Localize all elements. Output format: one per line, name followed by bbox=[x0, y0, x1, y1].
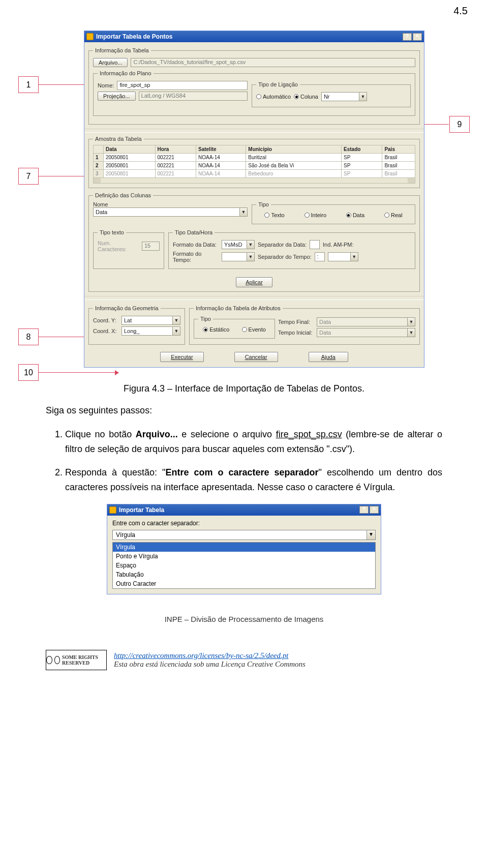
list-item[interactable]: Tabulação bbox=[113, 570, 375, 579]
ampm-select[interactable]: ▼ bbox=[328, 252, 358, 261]
intro-text: Siga os seguintes passos: bbox=[46, 403, 442, 418]
chevron-down-icon: ▼ bbox=[247, 253, 254, 261]
legend-amostra: Amostra da Tabela bbox=[93, 136, 144, 142]
radio-automatico-label: Automático bbox=[263, 94, 291, 100]
dialog-importar-tabela: Importar Tabela ? × Entre com o caracter… bbox=[107, 504, 381, 594]
label-tempo-inicial: Tempo Inicial: bbox=[278, 330, 314, 336]
def-nome-select[interactable]: Data▼ bbox=[93, 207, 248, 217]
cell: 002221 bbox=[155, 154, 196, 162]
radio-estatico[interactable]: Estático bbox=[203, 326, 229, 333]
cell: NOAA-14 bbox=[196, 170, 246, 178]
tempo-inicial-select: Data▼ bbox=[317, 328, 415, 337]
label-def-nome: Nome bbox=[93, 201, 248, 207]
cc-badge-text: SOME RIGHTS RESERVED bbox=[62, 654, 106, 666]
radio-inteiro[interactable]: Inteiro bbox=[304, 212, 327, 218]
arquivo-path-field: C:/Dados_TV/dados_tutorial/fire_spot_sp.… bbox=[131, 58, 415, 67]
th-municipio: Municipio bbox=[246, 145, 342, 154]
group-amostra-tabela: Amostra da Tabela Data Hora Satelite Mun… bbox=[88, 136, 420, 188]
list-item[interactable]: Espaço bbox=[113, 561, 375, 570]
table-header-row: Data Hora Satelite Municipio Estado Pais bbox=[94, 145, 415, 154]
cc-line: Esta obra está licenciada sob uma Licenç… bbox=[114, 660, 306, 668]
coord-x-select[interactable]: Long_▼ bbox=[121, 326, 180, 336]
separator bbox=[84, 129, 424, 133]
list-item[interactable]: Outro Caracter bbox=[113, 579, 375, 588]
callout-10: 10 bbox=[18, 364, 39, 381]
tempo-final-select: Data▼ bbox=[317, 317, 415, 326]
nome-input[interactable]: fire_spot_sp bbox=[117, 81, 248, 90]
label-num-carac: Num. Caracteres: bbox=[98, 240, 139, 252]
label-fmt-data: Formato da Data: bbox=[173, 242, 219, 248]
radio-data[interactable]: Data bbox=[346, 212, 364, 218]
arquivo-button[interactable]: Arquivo... bbox=[93, 58, 128, 67]
sep-tempo-input[interactable]: : bbox=[315, 252, 325, 261]
close-button[interactable]: × bbox=[413, 33, 422, 41]
cell: NOAA-14 bbox=[196, 162, 246, 170]
executar-button[interactable]: Executar bbox=[160, 352, 203, 362]
radio-data-label: Data bbox=[353, 212, 364, 218]
step-2-b2: Entre com o caractere separador bbox=[165, 467, 318, 477]
radio-automatico[interactable]: Automático bbox=[256, 94, 291, 100]
num-carac-field: 15 bbox=[142, 242, 160, 251]
aplicar-button[interactable]: Aplicar bbox=[236, 277, 272, 287]
chevron-down-icon: ▼ bbox=[359, 93, 367, 101]
radio-real[interactable]: Real bbox=[384, 212, 403, 218]
cell: SP bbox=[342, 162, 382, 170]
tempo-inicial-value: Data bbox=[319, 330, 331, 336]
dialog-title: Importar Tabela de Pontos bbox=[96, 33, 172, 40]
th-pais: Pais bbox=[382, 145, 415, 154]
cell: Brasil bbox=[382, 154, 415, 162]
group-info-tab-atrib: Informação da Tabela de Atributos Tipo E… bbox=[189, 305, 420, 345]
label-sep-tempo: Separador do Tempo: bbox=[258, 254, 312, 260]
step-1-b: Arquivo... bbox=[136, 429, 178, 439]
chevron-down-icon: ▼ bbox=[172, 316, 180, 324]
separator bbox=[84, 296, 424, 300]
separator-combo[interactable]: Vírgula ▼ bbox=[112, 530, 376, 540]
label-fmt-tempo: Formato do Tempo: bbox=[173, 251, 219, 263]
row-idx: 3 bbox=[94, 170, 104, 178]
chevron-down-icon: ▼ bbox=[247, 241, 254, 249]
fmt-data-select[interactable]: YsMsD▼ bbox=[222, 240, 255, 249]
cc-badge: SOME RIGHTS RESERVED bbox=[46, 650, 107, 670]
sep-data-input[interactable] bbox=[310, 240, 320, 249]
th-estado: Estado bbox=[342, 145, 382, 154]
footer-line: INPE – Divisão de Processamento de Image… bbox=[46, 615, 442, 623]
cell: SP bbox=[342, 170, 382, 178]
fmt-tempo-select[interactable]: ▼ bbox=[222, 252, 255, 261]
th-data: Data bbox=[104, 145, 156, 154]
label-sep-data: Separador da Data: bbox=[258, 242, 307, 248]
radio-evento-label: Evento bbox=[249, 326, 266, 333]
cancelar-button[interactable]: Cancelar bbox=[234, 352, 278, 362]
group-tipo-attr: Tipo Estático Evento bbox=[194, 316, 275, 339]
list-item[interactable]: Ponto e Vírgula bbox=[113, 552, 375, 561]
separator-list: Vírgula Ponto e Vírgula Espaço Tabulação… bbox=[112, 542, 376, 589]
legend-tipo-texto: Tipo texto bbox=[98, 229, 126, 235]
table-hscrollbar[interactable] bbox=[93, 178, 415, 184]
projecao-button[interactable]: Projeção... bbox=[98, 92, 136, 101]
help-button[interactable]: ? bbox=[403, 33, 412, 41]
table-row: 3 20050801 002221 NOAA-14 Bebedouro SP B… bbox=[94, 170, 415, 178]
legend-tipo-data-hora: Tipo Data/Hora bbox=[173, 229, 215, 235]
list-item[interactable]: Vírgula bbox=[113, 543, 375, 552]
ajuda-button[interactable]: Ajuda bbox=[309, 352, 348, 362]
cc-url-link[interactable]: http://creativecommons.org/licenses/by-n… bbox=[114, 651, 288, 660]
def-nome-value: Data bbox=[96, 209, 107, 215]
legend-tipo-ligacao: Tipo de Ligação bbox=[256, 81, 300, 87]
cell: 20050801 bbox=[104, 162, 156, 170]
legend-info-geometria: Informação da Geometria bbox=[93, 305, 161, 311]
group-tipo-ligacao: Tipo de Ligação Automático Coluna Nr▼ bbox=[252, 81, 411, 107]
coord-y-select[interactable]: Lat▼ bbox=[121, 316, 180, 325]
cell: São José da Bela Vi bbox=[246, 162, 342, 170]
help-button[interactable]: ? bbox=[359, 506, 369, 514]
table-row: 1 20050801 002221 NOAA-14 Buritizal SP B… bbox=[94, 154, 415, 162]
radio-coluna[interactable]: Coluna bbox=[294, 94, 318, 100]
step-1-a: Clique no botão bbox=[65, 429, 136, 439]
cell: Brasil bbox=[382, 170, 415, 178]
radio-evento[interactable]: Evento bbox=[242, 326, 266, 333]
radio-coluna-label: Coluna bbox=[300, 94, 318, 100]
close-button[interactable]: × bbox=[370, 506, 379, 514]
coluna-select-value: Nr bbox=[324, 94, 330, 100]
th-satelite: Satelite bbox=[196, 145, 246, 154]
coluna-select[interactable]: Nr▼ bbox=[321, 92, 367, 101]
radio-texto[interactable]: Texto bbox=[264, 212, 284, 218]
chevron-down-icon: ▼ bbox=[407, 318, 415, 326]
